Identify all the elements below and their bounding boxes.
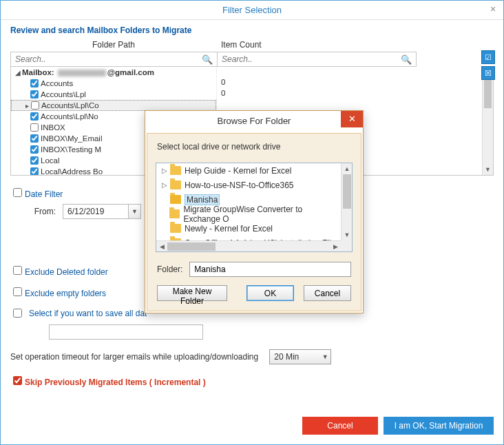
dialog-instruction: Select local drive or network drive [157,142,353,152]
check-all-button[interactable]: ☑ [481,50,495,64]
folder-checkbox[interactable] [30,156,39,165]
cancel-button[interactable]: Cancel [302,417,378,435]
chevron-down-icon[interactable]: ▼ [319,353,330,360]
from-label: From: [31,207,56,216]
browse-folder-dialog: Browse For Folder ✕ Select local drive o… [145,110,364,313]
uncheck-all-button[interactable]: ☒ [481,66,495,80]
column-folder-path: Folder Path [10,38,217,52]
search-icon[interactable]: 🔍 [198,54,217,65]
folder-checkbox[interactable] [30,123,39,132]
folder-icon [169,209,180,218]
mailbox-root: Mailbox: @gmail.com [22,68,154,76]
date-from-input[interactable]: 6/12/2019▼ [63,204,141,219]
scrollbar-vertical[interactable]: ▲▼ [482,67,493,175]
search-icon[interactable]: 🔍 [397,54,416,65]
folder-name-input[interactable] [189,262,351,277]
scrollbar-horizontal[interactable]: ◀▶ [156,240,341,251]
dialog-close-button[interactable]: ✕ [341,111,363,127]
dialog-titlebar: Browse For Folder ✕ [145,111,363,132]
folder-checkbox[interactable] [30,90,39,99]
expand-icon[interactable]: ▸ [23,102,31,110]
folder-icon [170,166,181,175]
folder-icon [170,224,181,233]
dropdown-icon[interactable]: ▼ [128,205,140,218]
skip-migrated-checkbox[interactable]: Skip Previously Migrated Items ( Increme… [1,371,503,390]
folder-checkbox[interactable] [30,134,39,143]
collapse-icon[interactable]: ◢ [14,69,22,76]
search-input-path[interactable]: 🔍 [10,52,217,67]
folder-checkbox[interactable] [30,167,39,176]
timeout-select[interactable]: 20 Min▼ [269,349,331,364]
folder-checkbox[interactable] [30,112,39,121]
folder-checkbox[interactable] [30,145,39,154]
folder-label: Folder: [157,265,182,274]
folder-open-icon [170,195,181,204]
make-new-folder-button[interactable]: Make New Folder [157,285,227,301]
timeout-label: Set operation timeout for larger emails … [10,352,258,362]
start-migration-button[interactable]: I am OK, Start Migration [384,417,494,435]
dialog-cancel-button[interactable]: Cancel [304,285,351,301]
window-titlebar: Filter Selection × [1,1,503,20]
column-item-count: Item Count [217,38,417,52]
ok-button[interactable]: OK [246,285,294,301]
window-title: Filter Selection [222,5,282,15]
close-icon[interactable]: × [487,3,499,16]
folder-checkbox[interactable] [30,79,39,87]
save-path-input[interactable] [49,324,203,340]
section-heading: Review and search Mailbox Folders to Mig… [1,20,503,38]
grid-header: Folder Path Item Count [10,38,494,52]
folder-browser-tree[interactable]: ▷Help Guide - Kernel for Excel ▷How-to-u… [156,163,353,252]
redacted-text [58,70,106,76]
scrollbar-vertical[interactable]: ▲▼ [341,163,352,240]
search-input-count[interactable]: 🔍 [217,52,417,67]
folder-icon [170,180,181,189]
folder-checkbox[interactable] [31,101,39,110]
